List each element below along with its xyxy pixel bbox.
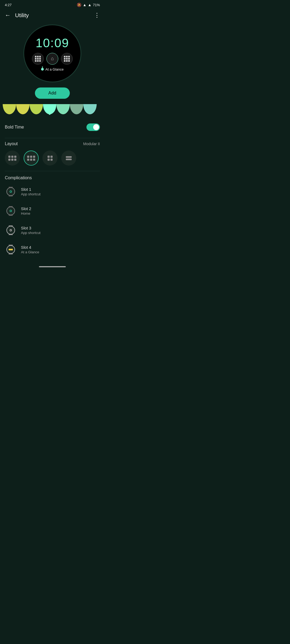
svg-point-4 bbox=[10, 191, 11, 192]
svg-point-9 bbox=[10, 210, 11, 211]
divider-1 bbox=[5, 138, 100, 138]
swatch-1[interactable] bbox=[3, 104, 16, 114]
svg-point-14 bbox=[10, 230, 11, 231]
bold-time-row: Bold Time bbox=[5, 120, 100, 135]
status-bar: 4:27 🔕 ▲ ▲ 71% bbox=[0, 0, 105, 9]
watch-time: 10:09 bbox=[35, 36, 69, 50]
divider-2 bbox=[5, 171, 100, 171]
layout-grid-1 bbox=[8, 156, 16, 161]
grid-icon-slot3 bbox=[64, 56, 70, 62]
back-button[interactable]: ← bbox=[4, 11, 12, 20]
swatch-6[interactable] bbox=[70, 104, 83, 114]
at-glance-label: At a Glance bbox=[45, 67, 64, 71]
watch-comp-slot3[interactable] bbox=[61, 53, 73, 65]
slot3-type: App shortcut bbox=[21, 231, 41, 235]
layout-option-4[interactable] bbox=[61, 151, 76, 166]
page-title: Utility bbox=[15, 12, 29, 19]
more-options-button[interactable]: ⋮ bbox=[93, 11, 101, 20]
watch-icon-slot4 bbox=[5, 244, 17, 255]
status-time: 4:27 bbox=[5, 3, 12, 7]
layout-header: Layout Modular II bbox=[5, 141, 100, 146]
slot3-label: Slot 3 bbox=[21, 226, 41, 230]
slot4-type: At a Glance bbox=[21, 250, 39, 254]
layout-options bbox=[5, 151, 100, 168]
add-button-container: Add bbox=[0, 86, 105, 103]
slot4-label: Slot 4 bbox=[21, 245, 39, 250]
grid-icon-slot1 bbox=[35, 56, 41, 62]
slot4-text: Slot 4 At a Glance bbox=[21, 245, 39, 254]
watch-icon-slot2 bbox=[5, 205, 17, 217]
swatch-7[interactable] bbox=[83, 104, 97, 114]
top-bar-left: ← Utility bbox=[4, 11, 29, 20]
layout-value: Modular II bbox=[83, 142, 100, 146]
complication-slot1[interactable]: Slot 1 App shortcut bbox=[5, 182, 100, 201]
svg-rect-18 bbox=[9, 249, 13, 250]
complication-slot4[interactable]: Slot 4 At a Glance bbox=[5, 240, 100, 259]
layout-option-3[interactable] bbox=[42, 151, 57, 166]
layout-label: Layout bbox=[5, 141, 18, 146]
watch-face-preview: 10:09 ⌂ bbox=[24, 25, 81, 82]
status-icons: 🔕 ▲ ▲ 71% bbox=[77, 3, 100, 7]
complications-section: Complications Slot 1 App shortcut Slot 2… bbox=[0, 172, 105, 262]
slot1-label: Slot 1 bbox=[21, 187, 41, 192]
wifi-icon: ▲ bbox=[83, 3, 86, 7]
top-app-bar: ← Utility ⋮ bbox=[0, 9, 105, 23]
complication-slot3[interactable]: Slot 3 App shortcut bbox=[5, 221, 100, 240]
watch-preview-container: 10:09 ⌂ bbox=[0, 23, 105, 86]
watch-comp-slot2[interactable]: ⌂ bbox=[46, 53, 58, 65]
bottom-bar bbox=[0, 262, 105, 269]
layout-option-1[interactable] bbox=[5, 151, 20, 166]
watch-icon-slot1 bbox=[5, 186, 17, 197]
complication-slot2[interactable]: Slot 2 Home bbox=[5, 201, 100, 221]
bold-time-toggle[interactable] bbox=[86, 123, 100, 131]
battery-icon: 71% bbox=[93, 3, 100, 7]
swatch-3[interactable] bbox=[30, 104, 43, 114]
slot2-type: Home bbox=[21, 211, 31, 215]
home-icon: ⌂ bbox=[51, 56, 54, 61]
layout-grid-4 bbox=[66, 156, 72, 160]
slot3-text: Slot 3 App shortcut bbox=[21, 226, 41, 235]
add-button[interactable]: Add bbox=[35, 87, 70, 99]
mute-icon: 🔕 bbox=[77, 3, 81, 7]
watch-icon-slot3 bbox=[5, 224, 17, 236]
slot2-text: Slot 2 Home bbox=[21, 206, 31, 215]
settings-section: Bold Time bbox=[0, 118, 105, 137]
toggle-bg bbox=[86, 123, 100, 131]
toggle-knob bbox=[93, 124, 99, 130]
layout-grid-3 bbox=[48, 156, 53, 161]
swatch-5[interactable] bbox=[56, 104, 70, 114]
slot1-type: App shortcut bbox=[21, 192, 41, 196]
layout-section: Layout Modular II bbox=[0, 139, 105, 170]
swatch-4[interactable] bbox=[43, 104, 56, 114]
slot2-label: Slot 2 bbox=[21, 206, 31, 211]
at-glance-row: At a Glance bbox=[41, 67, 64, 71]
watch-comp-slot1[interactable] bbox=[32, 53, 44, 65]
swatch-2[interactable] bbox=[16, 104, 30, 114]
slot1-text: Slot 1 App shortcut bbox=[21, 187, 41, 196]
watch-complications-row: ⌂ bbox=[32, 53, 73, 65]
bold-time-label: Bold Time bbox=[5, 125, 24, 130]
layout-option-2[interactable] bbox=[24, 151, 39, 166]
complications-title: Complications bbox=[5, 175, 100, 180]
signal-icon: ▲ bbox=[88, 3, 92, 7]
swatches-container bbox=[0, 103, 105, 118]
layout-grid-2 bbox=[27, 156, 35, 161]
at-glance-dot bbox=[41, 68, 44, 71]
bottom-indicator bbox=[39, 266, 66, 267]
